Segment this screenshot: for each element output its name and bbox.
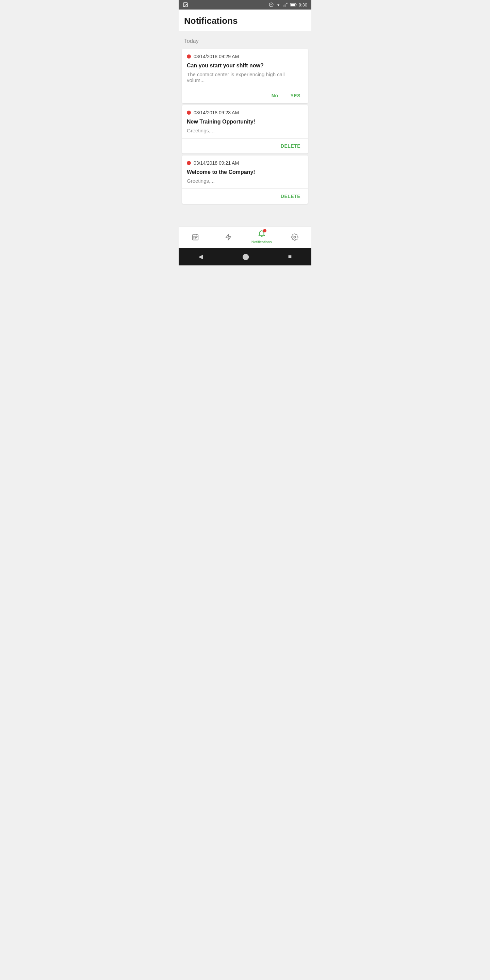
home-button[interactable]: ⬤: [242, 253, 249, 260]
card-preview-2: Greetings,...: [187, 127, 303, 134]
timestamp-row-2: 03/14/2018 09:23 AM: [187, 110, 303, 115]
card-preview-3: Greetings,...: [187, 178, 303, 184]
svg-marker-20: [226, 234, 231, 240]
page-header: Notifications: [179, 10, 311, 31]
notification-badge: [263, 229, 266, 232]
no-button[interactable]: No: [269, 92, 281, 100]
nav-label-notifications: Notifications: [251, 240, 272, 244]
calendar-icon: [192, 234, 199, 241]
svg-rect-15: [193, 237, 194, 238]
delete-button-3[interactable]: DELETE: [278, 192, 303, 200]
status-bar-right: 9:30: [269, 2, 307, 8]
card-timestamp-2: 03/14/2018 09:23 AM: [194, 110, 239, 115]
timestamp-row-3: 03/14/2018 09:21 AM: [187, 160, 303, 166]
svg-rect-7: [285, 5, 285, 7]
yes-button[interactable]: YES: [288, 92, 303, 100]
card-preview-1: The contact center is experiencing high …: [187, 72, 303, 83]
notification-card-3: 03/14/2018 09:21 AM Welcome to the Compa…: [182, 156, 308, 204]
status-bar-left: [183, 2, 188, 8]
notification-card-2: 03/14/2018 09:23 AM New Training Opportu…: [182, 105, 308, 153]
card-body-1: 03/14/2018 09:29 AM Can you start your s…: [182, 49, 308, 88]
card-timestamp-3: 03/14/2018 09:21 AM: [194, 160, 239, 166]
unread-dot-1: [187, 54, 191, 59]
nav-item-settings[interactable]: [278, 234, 312, 241]
card-actions-2: DELETE: [182, 138, 308, 153]
image-icon: [183, 2, 188, 8]
svg-rect-9: [296, 4, 296, 5]
content-area: Today 03/14/2018 09:29 AM Can you start …: [179, 31, 311, 227]
timestamp-row-1: 03/14/2018 09:29 AM: [187, 54, 303, 59]
bottom-nav: Notifications: [179, 227, 311, 248]
svg-rect-19: [195, 238, 196, 239]
svg-rect-6: [283, 5, 284, 7]
card-body-2: 03/14/2018 09:23 AM New Training Opportu…: [182, 105, 308, 138]
unread-dot-3: [187, 161, 191, 165]
status-time: 9:30: [299, 2, 307, 8]
dnd-icon: [269, 2, 274, 7]
svg-point-21: [294, 236, 296, 238]
delete-button-2[interactable]: DELETE: [278, 142, 303, 150]
notification-card-1: 03/14/2018 09:29 AM Can you start your s…: [182, 49, 308, 103]
lightning-icon: [224, 234, 232, 241]
svg-rect-17: [196, 237, 197, 238]
battery-icon: [290, 3, 297, 7]
unread-dot-2: [187, 111, 191, 115]
back-button[interactable]: ◀: [198, 253, 203, 260]
wifi-icon: [275, 3, 281, 7]
section-header-today: Today: [179, 35, 311, 47]
nav-item-lightning[interactable]: [212, 234, 245, 241]
status-bar: 9:30: [179, 0, 311, 10]
card-title-1: Can you start your shift now?: [187, 63, 303, 69]
card-title-3: Welcome to the Company!: [187, 169, 303, 175]
signal-x-icon: [283, 2, 288, 7]
nav-item-calendar[interactable]: [179, 234, 212, 241]
page-title: Notifications: [184, 16, 306, 26]
nav-item-notifications[interactable]: Notifications: [245, 230, 278, 244]
svg-rect-18: [193, 238, 194, 239]
system-nav: ◀ ⬤ ■: [179, 248, 311, 266]
svg-rect-10: [290, 4, 295, 6]
card-body-3: 03/14/2018 09:21 AM Welcome to the Compa…: [182, 156, 308, 189]
svg-rect-16: [195, 237, 196, 238]
svg-point-1: [185, 4, 185, 5]
card-actions-1: No YES: [182, 88, 308, 103]
card-timestamp-1: 03/14/2018 09:29 AM: [194, 54, 239, 59]
card-title-2: New Training Opportunity!: [187, 119, 303, 125]
recent-button[interactable]: ■: [288, 253, 292, 260]
gear-icon: [291, 234, 298, 241]
card-actions-3: DELETE: [182, 189, 308, 204]
